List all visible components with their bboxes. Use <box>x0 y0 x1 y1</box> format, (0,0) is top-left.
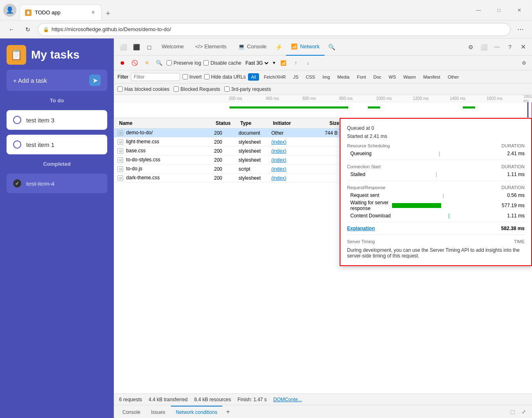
filter-css-button[interactable]: CSS <box>303 74 318 80</box>
minimize-button[interactable]: — <box>469 4 488 17</box>
tick-1200: 1200 ms <box>413 96 428 101</box>
waiting-label: Waiting for serverresponse <box>350 200 389 211</box>
col-header-type[interactable]: Type <box>239 120 271 126</box>
third-party-checkbox[interactable] <box>224 86 230 92</box>
row-file-4: to-do-styles.css <box>126 157 160 163</box>
domconte-link[interactable]: DOMConte... <box>273 397 302 402</box>
perf-button[interactable]: ⚡ <box>273 41 284 53</box>
undock-icon[interactable]: ⤢ <box>519 407 529 417</box>
tab-welcome[interactable]: Welcome <box>157 38 189 56</box>
cookie-bar: Has blocked cookies Blocked Requests 3rd… <box>114 84 532 95</box>
download-icon[interactable]: ↓ <box>303 58 313 68</box>
browser-tab[interactable]: 📋 TODO app ✕ <box>20 5 101 20</box>
invert-checkbox[interactable] <box>183 74 188 79</box>
filter-toggle-button[interactable]: ≡ <box>142 58 152 68</box>
record-button[interactable]: ⏺ <box>117 58 127 68</box>
upload-icon[interactable]: ↑ <box>291 58 301 68</box>
invert-label[interactable]: Invert <box>183 74 202 80</box>
browser-menu-button[interactable]: ⋯ <box>514 23 527 36</box>
filter-wasm-button[interactable]: Wasm <box>401 74 419 80</box>
filter-doc-button[interactable]: Doc <box>371 74 384 80</box>
refresh-button[interactable]: ↻ <box>21 23 34 36</box>
disable-cache-label[interactable]: Disable cache <box>203 60 241 66</box>
filter-other-button[interactable]: Other <box>445 74 462 80</box>
blocked-cookies-label[interactable]: Has blocked cookies <box>117 86 169 92</box>
filter-img-button[interactable]: Img <box>320 74 332 80</box>
filter-ws-button[interactable]: WS <box>386 74 399 80</box>
bottom-tab-console[interactable]: Console <box>117 406 145 418</box>
add-task-button[interactable]: + Add a task ➤ <box>7 70 107 91</box>
hide-data-urls-checkbox[interactable] <box>204 74 210 79</box>
source-button[interactable]: ◻ <box>144 41 155 53</box>
devtools-close-button[interactable]: ✕ <box>517 41 529 53</box>
help-button[interactable]: ? <box>504 41 516 53</box>
preserve-log-label[interactable]: Preserve log <box>167 60 201 66</box>
blocked-cookies-checkbox[interactable] <box>117 86 123 92</box>
settings-button[interactable]: ⚙ <box>465 41 476 53</box>
explanation-link[interactable]: Explanation <box>347 226 375 231</box>
tab-close-button[interactable]: ✕ <box>90 9 96 16</box>
col-header-name[interactable]: Name <box>116 120 214 126</box>
tab-network[interactable]: 📶 Network <box>286 38 325 56</box>
initiator-link-5[interactable]: (index) <box>271 166 286 172</box>
bottom-tab-issues[interactable]: Issues <box>146 406 170 418</box>
col-header-initiator[interactable]: Initiator <box>271 120 312 126</box>
filter-all-button[interactable]: All <box>248 73 259 81</box>
tab-elements[interactable]: </> Elements <box>190 38 232 56</box>
filter-js-button[interactable]: JS <box>291 74 301 80</box>
bottom-tab-network-conditions[interactable]: Network conditions <box>171 406 222 418</box>
task-checkbox-2[interactable] <box>13 140 21 149</box>
wifi-icon[interactable]: 📶 <box>279 58 289 68</box>
bottom-tabs: Console Issues Network conditions + ⬚ ⤢ <box>114 405 532 418</box>
task-checkbox-3[interactable]: ✓ <box>13 179 21 188</box>
filter-font-button[interactable]: Font <box>354 74 368 80</box>
network-settings-icon[interactable]: ⚙ <box>519 58 529 68</box>
clear-button[interactable]: 🚫 <box>130 58 140 68</box>
inspect-button[interactable]: ⬛ <box>131 41 142 53</box>
col-header-size[interactable]: Size <box>312 120 341 126</box>
task-item-2[interactable]: test item 1 <box>7 135 107 154</box>
blocked-requests-label[interactable]: Blocked Requests <box>174 86 220 92</box>
task-item-1[interactable]: test item 3 <box>7 110 107 130</box>
queued-at-row: Queued at 0 <box>347 125 525 131</box>
resource-duration-label: DURATION <box>501 143 525 148</box>
task-item-3[interactable]: ✓ test item 4 <box>7 174 107 193</box>
tab-console[interactable]: 💻 Console <box>233 38 272 56</box>
row-name-2: ☑ light-theme.css <box>114 139 212 145</box>
maximize-button[interactable]: □ <box>489 4 508 17</box>
timeline-ruler: 200 ms 400 ms 600 ms 800 ms 1000 ms 1200… <box>114 95 532 102</box>
timeline-green-bar-2 <box>368 106 380 108</box>
third-party-label[interactable]: 3rd-party requests <box>224 86 271 92</box>
profile-icon[interactable]: 👤 <box>3 4 16 17</box>
filter-media-button[interactable]: Media <box>335 74 352 80</box>
request-sent-item: Request sent | 0.56 ms <box>347 192 525 198</box>
bottom-tab-issues-label: Issues <box>151 409 165 415</box>
todo-sidebar: 📋 My tasks + Add a task ➤ To do test ite… <box>0 38 114 418</box>
dock-icon[interactable]: ⬚ <box>507 407 517 417</box>
col-header-status[interactable]: Status <box>214 120 239 126</box>
close-button[interactable]: ✕ <box>510 4 529 17</box>
device-toggle-button[interactable]: ⬜ <box>117 41 129 53</box>
throttle-select[interactable]: Fast 3G <box>244 60 270 66</box>
filter-manifest-button[interactable]: Manifest <box>421 74 443 80</box>
initiator-link-3[interactable]: (index) <box>271 148 286 154</box>
disable-cache-checkbox[interactable] <box>203 60 209 66</box>
initiator-link-4[interactable]: (index) <box>271 157 286 163</box>
new-tab-button[interactable]: + <box>101 7 115 20</box>
queueing-label: Queueing <box>350 151 372 156</box>
search-network-button[interactable]: 🔍 <box>154 58 164 68</box>
blocked-requests-checkbox[interactable] <box>174 86 179 92</box>
add-tab-button[interactable]: + <box>223 407 233 417</box>
filter-fetch-button[interactable]: Fetch/XHR <box>261 74 289 80</box>
dock-button[interactable]: ⬜ <box>478 41 489 53</box>
initiator-link-2[interactable]: (index) <box>271 139 286 145</box>
initiator-link-6[interactable]: (index) <box>271 175 286 181</box>
url-bar[interactable]: 🔒 https://microsoftedge.github.io/Demos/… <box>38 23 511 36</box>
task-checkbox-1[interactable] <box>13 116 21 124</box>
search-devtools-button[interactable]: 🔍 <box>326 41 338 53</box>
more-options-button[interactable]: ⋯ <box>491 41 503 53</box>
filter-input[interactable] <box>131 73 180 81</box>
back-button[interactable]: ← <box>5 23 18 36</box>
hide-data-urls-label[interactable]: Hide data URLs <box>204 74 246 80</box>
preserve-log-checkbox[interactable] <box>167 60 172 66</box>
